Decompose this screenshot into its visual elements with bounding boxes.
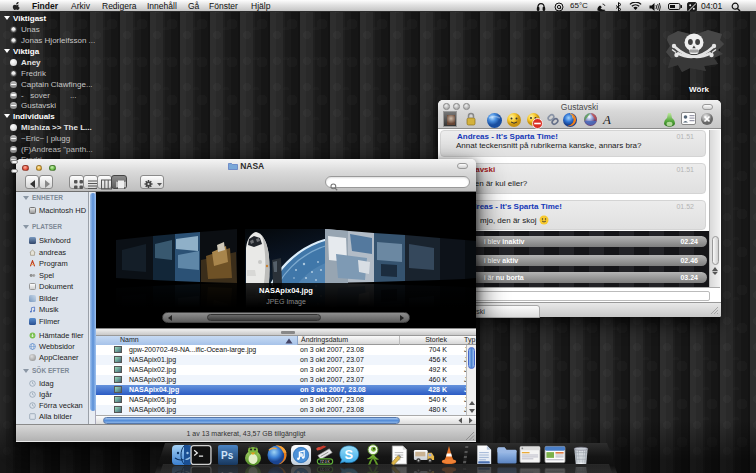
svg-text:S: S xyxy=(344,469,353,473)
svg-text:7Z 0 K: 7Z 0 K xyxy=(320,468,331,472)
